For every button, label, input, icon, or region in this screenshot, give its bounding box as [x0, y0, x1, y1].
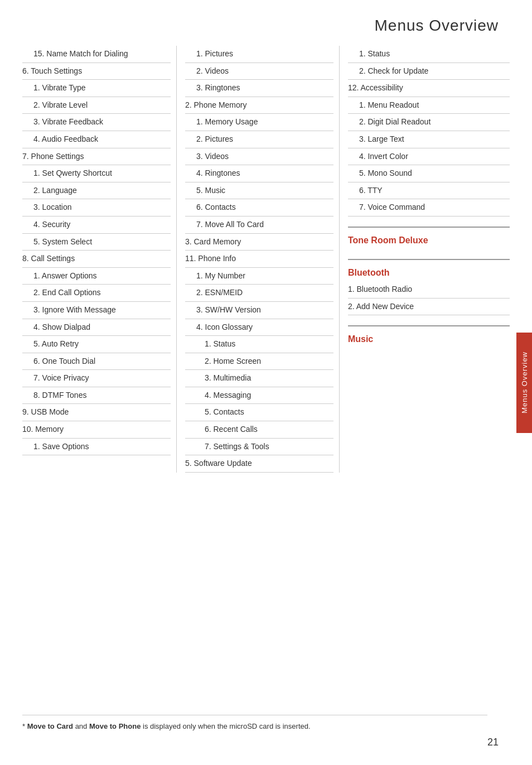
left-menu-item: 2. Language — [22, 182, 171, 200]
section-divider — [348, 227, 510, 228]
right-menu-item: 3. Large Text — [348, 131, 510, 148]
mid-menu-item: 3. SW/HW Version — [185, 302, 333, 319]
mid-column: 1. Pictures2. Videos3. Ringtones2. Phone… — [176, 46, 339, 473]
mid-menu-item: 2. Videos — [185, 63, 333, 80]
right-menu-item: 6. TTY — [348, 182, 510, 200]
mid-menu-item: 1. My Number — [185, 268, 333, 285]
left-menu-item: 1. Save Options — [22, 439, 171, 456]
page: Menus Overview 15. Name Match for Dialin… — [0, 0, 532, 765]
left-menu-item: 2. Vibrate Level — [22, 97, 171, 114]
mid-menu-item: 7. Settings & Tools — [185, 439, 333, 456]
left-menu-item: 2. End Call Options — [22, 285, 171, 302]
left-menu-item: 5. System Select — [22, 234, 171, 251]
section-divider — [348, 325, 510, 326]
left-menu-item: 1. Vibrate Type — [22, 80, 171, 97]
right-menu-item: 12. Accessibility — [348, 80, 510, 97]
mid-menu-item: 6. Recent Calls — [185, 421, 333, 439]
mid-menu-item: 1. Pictures — [185, 46, 333, 63]
mid-menu-item: 4. Icon Glossary — [185, 319, 333, 336]
mid-menu-item: 5. Music — [185, 182, 333, 200]
mid-menu-item: 1. Status — [185, 336, 333, 353]
content-area: 15. Name Match for Dialing6. Touch Setti… — [0, 46, 532, 473]
right-menu-item: 7. Voice Command — [348, 199, 510, 216]
left-menu-item: 3. Vibrate Feedback — [22, 114, 171, 131]
mid-menu-item: 4. Ringtones — [185, 165, 333, 182]
right-menu-item: 1. Status — [348, 46, 510, 63]
right-menu-item: 4. Invert Color — [348, 148, 510, 166]
section-menu-item: 1. Bluetooth Radio — [348, 281, 510, 299]
left-menu-item: 4. Show Dialpad — [22, 319, 171, 336]
side-tab-label: Menus Overview — [520, 352, 529, 413]
section-title: Music — [348, 331, 510, 348]
mid-menu-item: 3. Multimedia — [185, 370, 333, 387]
mid-menu-item: 2. Phone Memory — [185, 97, 333, 114]
right-menu-item: 2. Digit Dial Readout — [348, 114, 510, 131]
mid-menu-item: 3. Ringtones — [185, 80, 333, 97]
right-menu-item: 1. Menu Readout — [348, 97, 510, 114]
mid-menu-item: 6. Contacts — [185, 199, 333, 216]
right-column: 1. Status2. Check for Update12. Accessib… — [339, 46, 515, 473]
left-menu-item: 1. Answer Options — [22, 268, 171, 285]
mid-menu-item: 2. Pictures — [185, 131, 333, 148]
mid-menu-item: 5. Software Update — [185, 455, 333, 473]
mid-menu-item: 4. Messaging — [185, 387, 333, 405]
left-menu-item: 3. Location — [22, 199, 171, 216]
left-menu-item: 3. Ignore With Message — [22, 302, 171, 319]
left-menu-item: 9. USB Mode — [22, 404, 171, 421]
page-title: Menus Overview — [0, 0, 532, 46]
left-menu-item: 7. Phone Settings — [22, 148, 171, 166]
mid-menu-item: 3. Videos — [185, 148, 333, 166]
mid-menu-item: 2. Home Screen — [185, 353, 333, 371]
left-menu-item: 4. Audio Feedback — [22, 131, 171, 148]
right-menu-item: 5. Mono Sound — [348, 165, 510, 182]
left-menu-item: 7. Voice Privacy — [22, 370, 171, 387]
left-menu-item: 1. Set Qwerty Shortcut — [22, 165, 171, 182]
left-menu-item: 8. Call Settings — [22, 251, 171, 268]
page-number: 21 — [487, 737, 499, 748]
left-menu-item: 8. DTMF Tones — [22, 387, 171, 405]
section-divider — [348, 259, 510, 260]
side-tab: Menus Overview — [516, 333, 532, 433]
section-menu-item: 2. Add New Device — [348, 299, 510, 316]
section-title: Bluetooth — [348, 264, 510, 281]
section-title: Tone Room Deluxe — [348, 232, 510, 249]
left-menu-item: 10. Memory — [22, 421, 171, 439]
left-menu-item: 6. One Touch Dial — [22, 353, 171, 371]
mid-menu-item: 5. Contacts — [185, 404, 333, 421]
mid-menu-item: 7. Move All To Card — [185, 216, 333, 234]
left-menu-item: 5. Auto Retry — [22, 336, 171, 353]
left-menu-item: 15. Name Match for Dialing — [22, 46, 171, 63]
mid-menu-item: 1. Memory Usage — [185, 114, 333, 131]
footnote: * Move to Card and Move to Phone is disp… — [22, 715, 487, 732]
mid-menu-item: 3. Card Memory — [185, 234, 333, 251]
mid-menu-item: 2. ESN/MEID — [185, 285, 333, 302]
left-menu-item: 6. Touch Settings — [22, 63, 171, 80]
right-menu-item: 2. Check for Update — [348, 63, 510, 80]
left-menu-item: 4. Security — [22, 216, 171, 234]
left-column: 15. Name Match for Dialing6. Touch Setti… — [22, 46, 176, 473]
mid-menu-item: 11. Phone Info — [185, 251, 333, 268]
